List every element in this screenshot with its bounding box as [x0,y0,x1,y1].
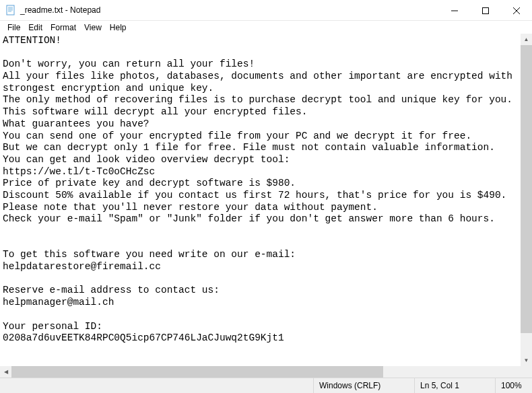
scroll-track-v[interactable] [521,45,532,355]
vertical-scrollbar[interactable]: ▲ ▼ [521,34,532,366]
scroll-corner [521,366,532,378]
scroll-track-h[interactable] [11,366,521,378]
scroll-down-icon[interactable]: ▼ [521,355,532,366]
menubar: File Edit Format View Help [0,21,532,34]
notepad-icon [5,5,16,15]
maximize-button[interactable] [470,0,501,21]
scroll-up-icon[interactable]: ▲ [521,34,532,45]
text-area[interactable]: ATTENTION! Don't worry, you can return a… [0,34,521,378]
window-controls [439,0,532,20]
menu-file[interactable]: File [4,22,24,33]
close-button[interactable] [501,0,532,21]
status-cursor: Ln 5, Col 1 [414,378,495,393]
scroll-thumb-v[interactable] [521,45,532,333]
status-zoom: 100% [495,378,532,393]
menu-edit[interactable]: Edit [25,22,46,33]
scroll-left-icon[interactable]: ◀ [0,366,11,378]
window-title: _readme.txt - Notepad [20,5,439,15]
statusbar: Windows (CRLF) Ln 5, Col 1 100% [0,378,532,393]
titlebar: _readme.txt - Notepad [0,0,532,21]
status-line-ending: Windows (CRLF) [313,378,414,393]
status-spacer [0,378,313,393]
scroll-thumb-h[interactable] [11,366,383,378]
menu-help[interactable]: Help [106,22,130,33]
horizontal-scrollbar[interactable]: ◀ ▶ [0,366,532,378]
minimize-button[interactable] [439,0,470,21]
menu-format[interactable]: Format [47,22,79,33]
svg-rect-6 [483,7,489,13]
menu-view[interactable]: View [81,22,105,33]
